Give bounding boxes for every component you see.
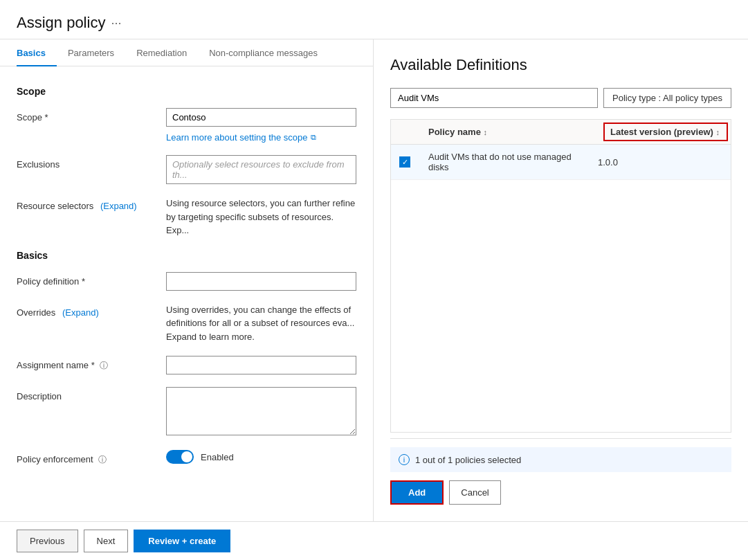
table-row[interactable]: ✓ Audit VMs that do not use managed disk… [391, 145, 731, 180]
assignment-name-row: Assignment name * ⓘ [17, 356, 356, 374]
policy-enforcement-row: Policy enforcement ⓘ Enabled [17, 450, 356, 466]
tab-basics[interactable]: Basics [17, 39, 57, 66]
scope-row: Scope * Learn more about setting the sco… [17, 108, 356, 143]
exclusions-value: Optionally select resources to exclude f… [166, 155, 356, 184]
policy-enforcement-info-icon: ⓘ [98, 455, 107, 464]
resource-selectors-row: Resource selectors (Expand) Using resour… [17, 197, 356, 237]
col-name-sort-icon: ↕ [484, 128, 488, 136]
left-panel: Basics Parameters Remediation Non-compli… [0, 39, 374, 521]
assignment-name-label: Assignment name * ⓘ [17, 356, 155, 372]
exclusions-row: Exclusions Optionally select resources t… [17, 155, 356, 184]
right-panel-footer: i 1 out of 1 policies selected Add Cance… [390, 438, 731, 505]
page-title-container: Assign policy ··· [17, 14, 731, 32]
table-header: Policy name ↕ Latest version (preview) ↕ [391, 120, 731, 145]
policy-enforcement-value: Enabled [166, 450, 356, 464]
next-button[interactable]: Next [84, 530, 129, 552]
selection-info-text: 1 out of 1 policies selected [415, 455, 521, 465]
main-layout: Assign policy ··· Basics Parameters Reme… [0, 0, 748, 560]
toggle-container: Enabled [166, 450, 356, 464]
assignment-name-info-icon: ⓘ [100, 361, 108, 370]
panel-title: Available Definitions [390, 56, 731, 74]
external-link-icon: ⧉ [311, 133, 316, 142]
row-policy-version: 1.0.0 [598, 157, 722, 168]
policy-definition-value [166, 272, 356, 291]
basics-section-title: Basics [17, 250, 356, 261]
description-row: Description [17, 387, 356, 437]
cancel-button[interactable]: Cancel [449, 480, 500, 505]
resource-selectors-expand[interactable]: (Expand) [100, 201, 137, 211]
add-button[interactable]: Add [390, 480, 444, 505]
col-version-header[interactable]: Latest version (preview) ↕ [603, 123, 728, 141]
assignment-name-value [166, 356, 356, 374]
policy-enforcement-toggle[interactable] [166, 450, 194, 464]
content-area: Basics Parameters Remediation Non-compli… [0, 39, 748, 521]
overrides-label: Overrides (Expand) [17, 303, 155, 318]
policy-definition-row: Policy definition * [17, 272, 356, 291]
search-filter-row: Policy type : All policy types [390, 88, 731, 108]
previous-button[interactable]: Previous [17, 530, 78, 552]
checkbox-check-icon: ✓ [402, 158, 408, 167]
toggle-label: Enabled [201, 452, 234, 462]
assignment-name-input[interactable] [166, 356, 356, 374]
tab-noncompliance[interactable]: Non-compliance messages [198, 39, 329, 66]
resource-selectors-value: Using resource selectors, you can furthe… [166, 197, 356, 237]
review-create-button[interactable]: Review + create [134, 530, 230, 552]
overrides-expand[interactable]: (Expand) [62, 307, 99, 318]
definitions-search-input[interactable] [390, 88, 598, 108]
description-value [166, 387, 356, 437]
tab-remediation[interactable]: Remediation [125, 39, 198, 66]
info-circle-icon: i [399, 454, 410, 465]
scope-learn-more-link[interactable]: Learn more about setting the scope ⧉ [166, 132, 356, 143]
tab-parameters[interactable]: Parameters [57, 39, 125, 66]
tabs-container: Basics Parameters Remediation Non-compli… [0, 39, 373, 66]
row-checkbox[interactable]: ✓ [399, 156, 410, 168]
selection-info: i 1 out of 1 policies selected [390, 447, 731, 472]
exclusions-input[interactable]: Optionally select resources to exclude f… [166, 155, 356, 184]
exclusions-label: Exclusions [17, 155, 155, 170]
scope-input[interactable] [166, 108, 356, 127]
page-title: Assign policy [17, 14, 105, 32]
right-panel: Available Definitions Policy type : All … [374, 39, 748, 521]
scope-label: Scope * [17, 108, 155, 123]
policy-enforcement-label: Policy enforcement ⓘ [17, 450, 155, 466]
overrides-row: Overrides (Expand) Using overrides, you … [17, 303, 356, 344]
col-name-header[interactable]: Policy name ↕ [428, 127, 601, 137]
resource-selectors-label: Resource selectors (Expand) [17, 197, 155, 211]
scope-section-title: Scope [17, 86, 356, 97]
overrides-text: Using overrides, you can change the effe… [166, 305, 354, 342]
bottom-bar: Previous Next Review + create [0, 521, 748, 560]
toggle-knob [181, 451, 192, 462]
definitions-table: Policy name ↕ Latest version (preview) ↕… [390, 119, 731, 433]
policy-definition-input[interactable] [166, 272, 356, 291]
scope-value-container: Learn more about setting the scope ⧉ [166, 108, 356, 143]
description-textarea[interactable] [166, 387, 356, 435]
description-label: Description [17, 387, 155, 401]
policy-type-filter-button[interactable]: Policy type : All policy types [603, 88, 731, 108]
row-policy-name: Audit VMs that do not use managed disks [428, 152, 590, 172]
overrides-value: Using overrides, you can change the effe… [166, 303, 356, 344]
policy-definition-label: Policy definition * [17, 272, 155, 287]
row-checkbox-container: ✓ [399, 156, 420, 168]
header: Assign policy ··· [0, 0, 748, 39]
resource-selectors-text: Using resource selectors, you can furthe… [166, 198, 355, 235]
col-version-sort-icon: ↕ [715, 128, 720, 136]
action-buttons: Add Cancel [390, 480, 731, 505]
form-content: Scope Scope * Learn more about setting t… [0, 66, 373, 521]
page-title-dots[interactable]: ··· [111, 16, 121, 30]
